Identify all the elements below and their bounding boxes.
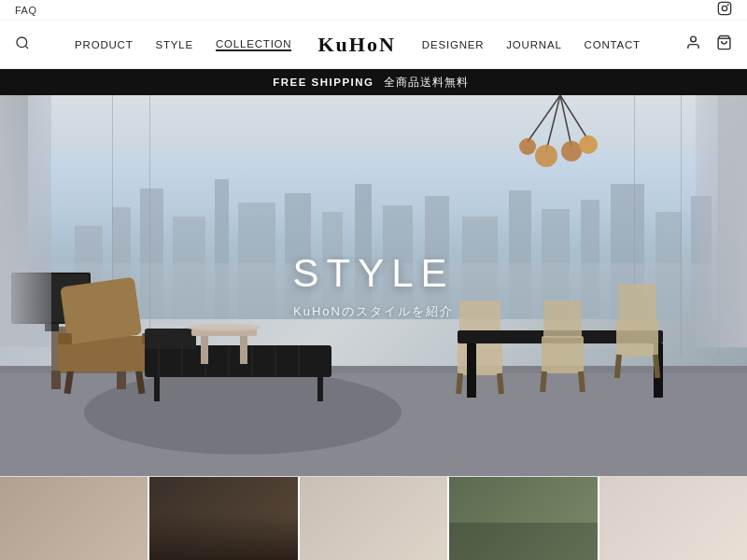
preview-item-3[interactable] xyxy=(300,477,449,560)
site-logo[interactable]: KuHoN xyxy=(317,33,395,57)
preview-strip xyxy=(0,476,747,560)
curtain-right xyxy=(696,95,747,347)
nav-contact[interactable]: CONTACT xyxy=(585,39,641,50)
nav-designer[interactable]: DESIGNER xyxy=(422,39,484,50)
cart-icon[interactable] xyxy=(716,35,732,55)
svg-rect-0 xyxy=(718,2,730,14)
preview-item-5[interactable] xyxy=(599,477,747,560)
hero-subtitle: KuHoNのスタイルを紹介 xyxy=(293,303,454,320)
nav-product[interactable]: PRODUCT xyxy=(75,39,133,50)
navigation: PRODUCT STYLE COLLECTION KuHoN DESIGNER … xyxy=(0,21,747,69)
announcement-bar: FREE SHIPPING 全商品送料無料 xyxy=(0,69,747,95)
nav-journal[interactable]: JOURNAL xyxy=(506,39,561,50)
preview-item-2[interactable] xyxy=(149,477,299,560)
top-bar: FAQ xyxy=(0,0,747,21)
svg-point-1 xyxy=(722,6,726,10)
nav-left xyxy=(15,35,30,54)
nav-links-right: DESIGNER JOURNAL CONTACT xyxy=(422,39,641,50)
hero-title: STYLE xyxy=(292,251,454,296)
svg-point-5 xyxy=(691,36,697,42)
hero-overlay: STYLE KuHoNのスタイルを紹介 xyxy=(0,95,747,476)
svg-line-4 xyxy=(25,46,28,49)
nav-links-left: PRODUCT STYLE COLLECTION xyxy=(75,38,291,51)
preview-item-1[interactable] xyxy=(0,477,149,560)
svg-point-2 xyxy=(727,4,729,6)
instagram-icon[interactable] xyxy=(717,1,732,19)
preview-item-4[interactable] xyxy=(449,477,599,560)
nav-center: PRODUCT STYLE COLLECTION KuHoN DESIGNER … xyxy=(30,33,685,57)
faq-link[interactable]: FAQ xyxy=(15,5,37,16)
announcement-text: 全商品送料無料 xyxy=(384,76,469,90)
svg-point-3 xyxy=(17,37,27,48)
search-icon[interactable] xyxy=(15,35,30,54)
announcement-strong: FREE SHIPPING xyxy=(273,77,374,88)
nav-collection[interactable]: COLLECTION xyxy=(216,38,292,51)
nav-right xyxy=(685,35,732,55)
account-icon[interactable] xyxy=(685,35,701,55)
hero-section: STYLE KuHoNのスタイルを紹介 xyxy=(0,95,747,476)
curtain-left xyxy=(0,95,51,347)
nav-style[interactable]: STYLE xyxy=(156,39,193,50)
